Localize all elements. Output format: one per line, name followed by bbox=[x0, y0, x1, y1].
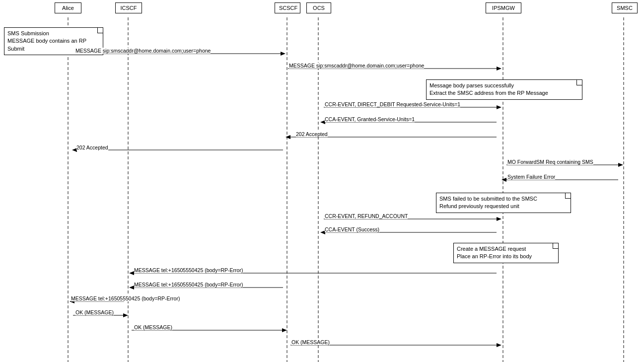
actor-scscf: SCSCF bbox=[275, 2, 300, 13]
msg8-label: System Failure Error bbox=[507, 174, 555, 180]
msg10-label: CCA-EVENT (Success) bbox=[325, 226, 379, 232]
svg-marker-37 bbox=[497, 343, 501, 347]
sequence-diagram: Alice ICSCF SCSCF OCS IPSMGW SMSC SMS Su… bbox=[0, 0, 644, 362]
svg-marker-9 bbox=[497, 67, 501, 71]
svg-marker-19 bbox=[618, 163, 623, 167]
actor-icscf: ICSCF bbox=[115, 2, 142, 13]
svg-marker-7 bbox=[281, 52, 286, 56]
svg-marker-27 bbox=[129, 271, 134, 275]
msg11-label: MESSAGE tel:+16505550425 (body=RP-Error) bbox=[134, 267, 243, 273]
svg-marker-35 bbox=[282, 328, 287, 332]
msg16-label: OK (MESSAGE) bbox=[291, 339, 330, 345]
msg12-label: MESSAGE tel:+16505550425 (body=RP-Error) bbox=[134, 282, 243, 288]
msg15-label: OK (MESSAGE) bbox=[134, 324, 172, 330]
note-sms-failed: SMS failed to be submitted to the SMSC R… bbox=[436, 193, 571, 213]
msg3-label: CCR-EVENT, DIRECT_DEBIT Requested-Servic… bbox=[325, 101, 460, 107]
actor-alice: Alice bbox=[55, 2, 81, 13]
note-create-message: Create a MESSAGE request Place an RP-Err… bbox=[453, 243, 559, 263]
msg4-label: CCA-EVENT, Granted-Service-Units=1 bbox=[325, 116, 415, 122]
actor-smsc: SMSC bbox=[612, 2, 638, 13]
svg-marker-29 bbox=[129, 286, 134, 290]
msg14-label: OK (MESSAGE) bbox=[75, 309, 114, 315]
svg-marker-23 bbox=[497, 217, 501, 221]
msg5-label: 202 Accepted bbox=[296, 131, 328, 137]
msg2-label: MESSAGE sip:smscaddr@home.domain.com;use… bbox=[289, 63, 424, 69]
svg-marker-21 bbox=[501, 178, 506, 182]
note-parse-success: Message body parses successfully Extract… bbox=[426, 79, 582, 100]
msg9-label: CCR-EVENT, REFUND_ACCOUNT bbox=[325, 213, 408, 219]
msg7-label: MO ForwardSM Req containing SMS bbox=[507, 159, 593, 165]
svg-marker-15 bbox=[286, 135, 290, 139]
actor-ocs: OCS bbox=[306, 2, 331, 13]
svg-marker-11 bbox=[497, 105, 501, 109]
actor-ipsmgw: IPSMGW bbox=[486, 2, 521, 13]
msg13-label: MESSAGE tel:+16505550425 (body=RP-Error) bbox=[71, 295, 180, 301]
svg-marker-33 bbox=[123, 313, 128, 317]
msg6-label: 202 Accepted bbox=[76, 145, 108, 150]
msg1-label: MESSAGE sip:smscaddr@home.domain.com;use… bbox=[75, 48, 211, 54]
